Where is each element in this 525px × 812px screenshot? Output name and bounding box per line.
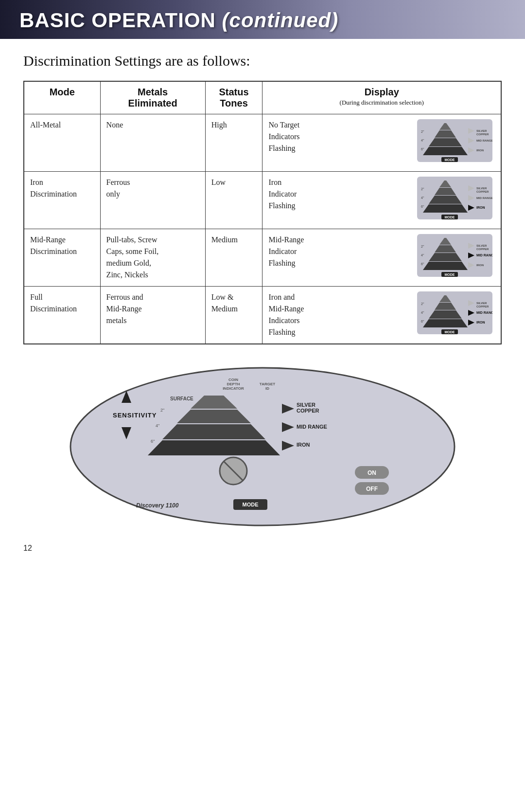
svg-text:2": 2" bbox=[421, 302, 424, 306]
table-row: IronDiscrimination Ferrousonly Low IronI… bbox=[24, 172, 501, 229]
svg-text:IRON: IRON bbox=[297, 442, 310, 448]
display-cell: IronIndicatorFlashing 2" 4" 6" bbox=[262, 172, 501, 229]
display-image-midrange: 2" 4" 6" SILVER COPPER MID RANGE IRO bbox=[417, 234, 495, 281]
svg-text:6": 6" bbox=[421, 320, 424, 323]
svg-text:INDICATOR: INDICATOR bbox=[223, 386, 244, 391]
table-row: All-Metal None High No TargetIndicatorsF… bbox=[24, 114, 501, 172]
svg-text:MID RANGE: MID RANGE bbox=[476, 139, 492, 142]
svg-text:COPPER: COPPER bbox=[476, 248, 489, 251]
mode-cell: FullDiscrimination bbox=[24, 287, 100, 344]
svg-text:COIN: COIN bbox=[228, 378, 238, 382]
svg-text:COPPER: COPPER bbox=[476, 190, 489, 193]
mode-cell: Mid-RangeDiscrimination bbox=[24, 229, 100, 287]
svg-text:SILVER: SILVER bbox=[476, 187, 487, 190]
svg-text:4": 4" bbox=[156, 423, 159, 428]
svg-text:MODE: MODE bbox=[445, 158, 455, 162]
svg-text:SILVER: SILVER bbox=[297, 402, 315, 408]
svg-text:Discovery 1100: Discovery 1100 bbox=[136, 502, 179, 509]
svg-text:IRON: IRON bbox=[476, 149, 484, 152]
discrimination-table: Mode MetalsEliminated StatusTones Displa… bbox=[23, 81, 502, 344]
svg-text:IRON: IRON bbox=[476, 321, 485, 324]
svg-marker-3 bbox=[429, 138, 462, 146]
svg-text:IRON: IRON bbox=[476, 264, 484, 267]
table-row: FullDiscrimination Ferrous andMid-Rangem… bbox=[24, 287, 501, 344]
col-header-metals: MetalsEliminated bbox=[100, 81, 205, 114]
display-cell: No TargetIndicatorsFlashing bbox=[262, 114, 501, 172]
svg-text:2": 2" bbox=[421, 245, 424, 248]
svg-text:MID RANGE: MID RANGE bbox=[476, 197, 492, 199]
status-cell: Low bbox=[205, 172, 262, 229]
svg-marker-80 bbox=[162, 424, 265, 439]
svg-text:MODE: MODE bbox=[445, 273, 455, 276]
mode-cell: IronDiscrimination bbox=[24, 172, 100, 229]
svg-marker-4 bbox=[423, 147, 468, 155]
svg-text:IRON: IRON bbox=[476, 206, 485, 209]
svg-text:2": 2" bbox=[421, 187, 424, 191]
status-cell: Low &Medium bbox=[205, 287, 262, 344]
svg-text:2": 2" bbox=[160, 408, 164, 413]
svg-text:OFF: OFF bbox=[366, 486, 378, 492]
svg-marker-55 bbox=[423, 319, 468, 327]
svg-text:MID RANGE: MID RANGE bbox=[476, 253, 492, 257]
svg-text:SILVER: SILVER bbox=[476, 244, 487, 247]
metals-cell: Pull-tabs, ScrewCaps, some Foil,medium G… bbox=[100, 229, 205, 287]
status-cell: Medium bbox=[205, 229, 262, 287]
svg-text:6": 6" bbox=[151, 439, 155, 444]
page-header: BASIC OPERATION (continued) bbox=[0, 0, 525, 39]
svg-text:DEPTH: DEPTH bbox=[227, 382, 240, 386]
svg-text:COPPER: COPPER bbox=[476, 133, 489, 136]
metals-cell: Ferrousonly bbox=[100, 172, 205, 229]
col-header-mode: Mode bbox=[24, 81, 100, 114]
page-title: BASIC OPERATION (continued) bbox=[19, 9, 506, 32]
svg-marker-81 bbox=[148, 440, 280, 455]
display-image-full: 2" 4" 6" SILVER COPPER MID RANGE IRO bbox=[417, 291, 495, 339]
col-header-display: Display (During discrimination selection… bbox=[262, 81, 501, 114]
svg-text:ON: ON bbox=[368, 469, 376, 476]
svg-marker-54 bbox=[429, 310, 462, 319]
svg-text:COPPER: COPPER bbox=[297, 408, 319, 414]
table-row: Mid-RangeDiscrimination Pull-tabs, Screw… bbox=[24, 229, 501, 287]
svg-text:MID RANGE: MID RANGE bbox=[297, 424, 327, 430]
svg-text:SURFACE: SURFACE bbox=[170, 396, 193, 401]
svg-text:TARGET: TARGET bbox=[260, 382, 275, 386]
metals-cell: None bbox=[100, 114, 205, 172]
svg-text:MODE: MODE bbox=[445, 330, 455, 334]
display-cell: Mid-RangeIndicatorFlashing 2" 4" 6" bbox=[262, 229, 501, 287]
svg-text:ID: ID bbox=[265, 386, 269, 391]
svg-marker-37 bbox=[429, 253, 462, 261]
page-subtitle: Discrimination Settings are as follows: bbox=[23, 53, 502, 69]
svg-text:4": 4" bbox=[421, 196, 424, 199]
svg-text:6": 6" bbox=[421, 205, 424, 208]
col-header-status: StatusTones bbox=[205, 81, 262, 114]
table-header-row: Mode MetalsEliminated StatusTones Displa… bbox=[24, 81, 501, 114]
svg-text:SILVER: SILVER bbox=[476, 129, 487, 132]
status-cell: High bbox=[205, 114, 262, 172]
svg-text:4": 4" bbox=[421, 253, 424, 257]
svg-marker-38 bbox=[423, 262, 468, 270]
svg-text:MODE: MODE bbox=[243, 502, 259, 507]
svg-text:SILVER: SILVER bbox=[476, 302, 487, 305]
svg-marker-21 bbox=[423, 204, 468, 213]
display-image-iron: 2" 4" 6" SILVER COPPER MID RANGE bbox=[417, 177, 495, 224]
big-detector-display: SENSITIVITY SURFACE COIN DEPTH INDICATOR… bbox=[23, 364, 502, 529]
metals-cell: Ferrous andMid-Rangemetals bbox=[100, 287, 205, 344]
svg-text:2": 2" bbox=[421, 130, 424, 133]
svg-text:COPPER: COPPER bbox=[476, 305, 489, 308]
detector-svg: SENSITIVITY SURFACE COIN DEPTH INDICATOR… bbox=[68, 364, 457, 529]
svg-text:4": 4" bbox=[421, 311, 424, 314]
mode-cell: All-Metal bbox=[24, 114, 100, 172]
svg-text:MODE: MODE bbox=[445, 216, 455, 219]
display-cell: Iron andMid-RangeIndicatorsFlashing 2" 4… bbox=[262, 287, 501, 344]
svg-text:SENSITIVITY: SENSITIVITY bbox=[113, 412, 157, 419]
svg-text:4": 4" bbox=[421, 139, 424, 142]
page-number: 12 bbox=[23, 544, 502, 553]
svg-text:MID RANGE: MID RANGE bbox=[476, 311, 492, 314]
display-image-all-metal: 2" 4" 6" SILVER COPPER MID RANGE bbox=[417, 119, 495, 166]
svg-text:6": 6" bbox=[421, 262, 424, 266]
svg-marker-20 bbox=[429, 196, 462, 204]
svg-text:6": 6" bbox=[421, 147, 424, 151]
